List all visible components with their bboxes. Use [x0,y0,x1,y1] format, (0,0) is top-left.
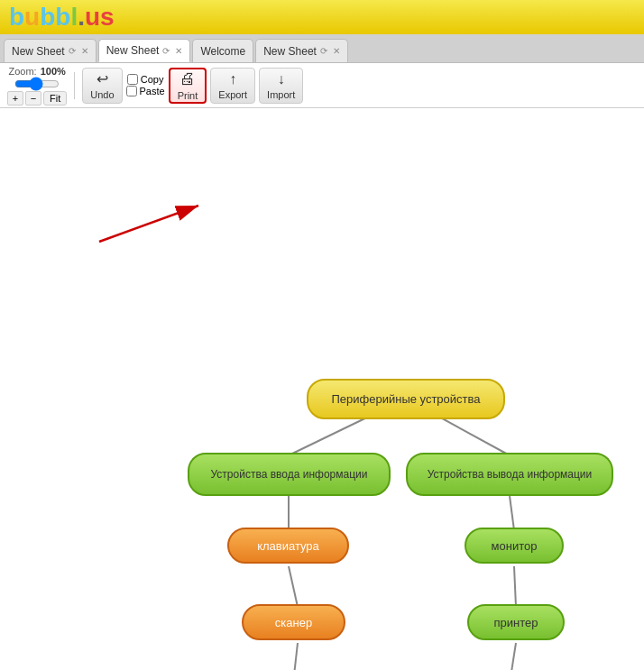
tab-1-label: New Sheet [12,45,65,58]
node-right-text: Устройства вывода информации [428,468,593,481]
node-root-text: Периферийные устройства [331,392,480,406]
fit-button[interactable]: Fit [43,91,67,106]
tab-1[interactable]: New Sheet ⟳ ✕ [4,39,97,62]
node-klav[interactable]: клавиатура [227,528,349,564]
logo-us: us [85,3,115,31]
zoom-slider[interactable] [14,77,60,91]
node-mon[interactable]: монитор [465,528,564,564]
tab-2-refresh-icon[interactable]: ⟳ [162,46,170,56]
logo: bubbl.us [9,3,115,32]
zoom-group: Zoom: 100% + − Fit [7,66,67,106]
tabs-bar: New Sheet ⟳ ✕ New Sheet ⟳ ✕ Welcome New … [0,34,644,63]
tab-4-label: New Sheet [263,45,317,58]
node-mon-text: монитор [492,539,538,553]
paste-label: Paste [140,86,165,96]
node-print-text: принтер [494,616,538,629]
svg-line-3 [289,566,298,607]
node-left-text: Устройства ввода информации [211,468,368,481]
node-skan-text: сканер [275,616,312,629]
zoom-label: Zoom: [8,66,36,77]
print-button[interactable]: 🖨 Print [169,68,207,104]
svg-line-5 [510,496,514,530]
paste-row[interactable]: Paste [126,86,165,96]
separator-1 [74,72,75,99]
import-icon: ↓ [278,71,285,87]
undo-icon: ↩ [97,70,108,87]
export-icon: ↑ [229,71,236,87]
tab-4-close-icon[interactable]: ✕ [333,46,340,56]
zoom-value: 100% [41,66,66,77]
tab-4[interactable]: New Sheet ⟳ ✕ [255,39,348,62]
svg-line-6 [514,566,516,607]
tab-4-refresh-icon[interactable]: ⟳ [320,46,327,56]
logo-u1: u [24,3,40,31]
zoom-label-row: Zoom: 100% [8,66,65,77]
svg-line-9 [99,206,198,242]
paste-checkbox[interactable] [126,86,137,96]
node-klav-text: клавиатура [257,539,319,553]
copy-paste-group: Copy Paste [126,74,165,96]
import-button[interactable]: ↓ Import [259,68,303,104]
undo-button[interactable]: ↩ Undo [82,68,122,104]
copy-checkbox[interactable] [127,74,138,85]
export-label: Export [218,89,247,100]
toolbar: Zoom: 100% + − Fit ↩ Undo Copy Paste 🖨 [0,63,644,108]
tab-1-close-icon[interactable]: ✕ [81,46,88,56]
import-label: Import [267,89,295,100]
tab-3[interactable]: Welcome [192,39,253,62]
tab-3-label: Welcome [200,45,245,58]
zoom-plus-button[interactable]: + [7,91,23,106]
svg-line-4 [293,643,298,670]
print-icon: 🖨 [179,69,196,88]
node-skan[interactable]: сканер [242,604,345,640]
canvas[interactable]: Периферийные устройства Устройства ввода… [0,108,644,670]
logo-dot: . [78,3,85,31]
arrow-indicator [90,188,225,251]
zoom-controls: Zoom: 100% + − Fit [7,66,67,106]
tab-2-label: New Sheet [106,44,160,57]
logo-b2: bb [40,3,70,31]
zoom-minus-button[interactable]: − [25,91,41,106]
copy-label: Copy [141,74,164,85]
tab-2-close-icon[interactable]: ✕ [175,46,182,56]
zoom-button-row: + − Fit [7,91,67,106]
export-button[interactable]: ↑ Export [210,68,255,104]
copy-row[interactable]: Copy [127,74,164,85]
node-root[interactable]: Периферийные устройства [307,379,505,419]
header: bubbl.us [0,0,644,34]
tab-2[interactable]: New Sheet ⟳ ✕ [98,39,191,62]
logo-b1: b [9,3,24,31]
node-left[interactable]: Устройства ввода информации [188,453,391,496]
node-right[interactable]: Устройства вывода информации [406,453,613,496]
tab-1-refresh-icon[interactable]: ⟳ [69,46,76,56]
print-label: Print [178,90,198,101]
svg-line-7 [510,643,516,670]
node-print[interactable]: принтер [467,604,565,640]
undo-label: Undo [90,89,114,100]
